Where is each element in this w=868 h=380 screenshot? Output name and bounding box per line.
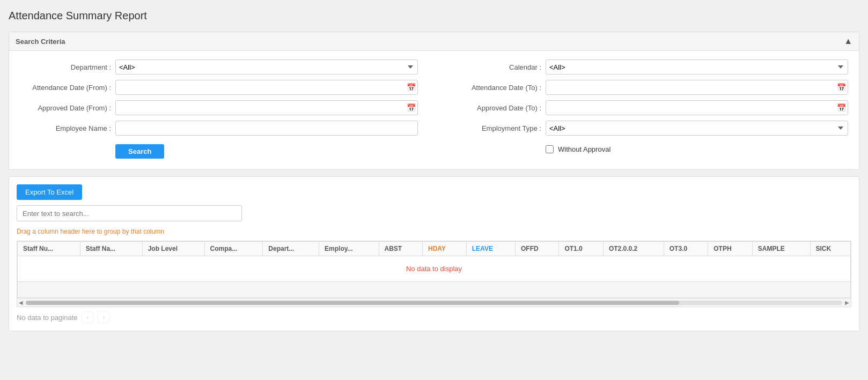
without-approval-label: Without Approval [558, 145, 610, 153]
pagination-next-button[interactable]: › [98, 311, 109, 323]
approved-date-from-row: Approved Date (From) : 📅 [20, 100, 418, 115]
approved-date-to-input[interactable] [546, 100, 848, 115]
col-abst[interactable]: ABST [379, 242, 422, 256]
attendance-date-to-row: Attendance Date (To) : 30-Jun-2021 📅 [450, 80, 848, 95]
search-criteria-panel: Search Criteria ▲ Department : <All> Att [9, 32, 859, 170]
empty-row-1 [18, 282, 851, 298]
scroll-left-arrow[interactable]: ◀ [17, 300, 25, 306]
employee-name-row: Employee Name : [20, 121, 418, 136]
col-sick[interactable]: SICK [810, 242, 851, 256]
approved-date-to-input-wrapper: 📅 [546, 100, 848, 115]
pagination-no-data-label: No data to paginate [17, 314, 77, 322]
department-row: Department : <All> [20, 59, 418, 74]
col-company[interactable]: Compa... [204, 242, 263, 256]
search-panel-header: Search Criteria ▲ [9, 32, 859, 51]
without-approval-checkbox[interactable] [546, 145, 554, 153]
scrollbar-thumb[interactable] [26, 301, 679, 305]
no-data-cell: No data to display [18, 256, 851, 282]
attendance-date-from-calendar-icon[interactable]: 📅 [407, 83, 416, 92]
employment-type-select[interactable]: <All> [546, 121, 848, 136]
form-left-column: Department : <All> Attendance Date (From… [20, 59, 418, 159]
col-leave[interactable]: LEAVE [466, 242, 515, 256]
data-table: Staff Nu... Staff Na... Job Level Compa.… [17, 241, 851, 298]
col-staff-num[interactable]: Staff Nu... [18, 242, 80, 256]
form-grid: Department : <All> Attendance Date (From… [20, 59, 848, 159]
table-header: Staff Nu... Staff Na... Job Level Compa.… [18, 242, 851, 256]
col-job-level[interactable]: Job Level [142, 242, 204, 256]
attendance-date-from-label: Attendance Date (From) : [20, 84, 111, 92]
attendance-date-from-row: Attendance Date (From) : 01-Jun-2021 📅 [20, 80, 418, 95]
department-select[interactable]: <All> [115, 59, 418, 74]
export-to-excel-button[interactable]: Export To Excel [17, 184, 82, 200]
results-panel: Export To Excel Drag a column header her… [9, 176, 859, 331]
search-button-row: Search [20, 144, 418, 159]
department-label: Department : [20, 63, 111, 71]
approved-date-from-label: Approved Date (From) : [20, 104, 111, 112]
scroll-right-arrow[interactable]: ▶ [843, 300, 851, 306]
approved-date-from-calendar-icon[interactable]: 📅 [407, 103, 416, 112]
search-panel-body: Department : <All> Attendance Date (From… [9, 51, 859, 169]
attendance-date-to-input[interactable]: 30-Jun-2021 [546, 80, 848, 95]
collapse-icon[interactable]: ▲ [844, 36, 852, 46]
attendance-date-from-input-wrapper: 01-Jun-2021 📅 [115, 80, 418, 95]
form-right-column: Calendar : <All> Attendance Date (To) : … [450, 59, 848, 159]
scrollbar-track[interactable] [26, 301, 842, 305]
attendance-date-to-label: Attendance Date (To) : [450, 84, 541, 92]
calendar-label: Calendar : [450, 63, 541, 71]
horizontal-scrollbar[interactable]: ◀ ▶ [17, 299, 851, 307]
col-sample[interactable]: SAMPLE [752, 242, 810, 256]
approved-date-to-label: Approved Date (To) : [450, 104, 541, 112]
employment-type-row: Employment Type : <All> [450, 121, 848, 136]
approved-date-from-input[interactable] [115, 100, 418, 115]
col-offd[interactable]: OFFD [516, 242, 559, 256]
col-staff-name[interactable]: Staff Na... [80, 242, 142, 256]
approved-date-to-row: Approved Date (To) : 📅 [450, 100, 848, 115]
col-hday[interactable]: HDAY [422, 242, 466, 256]
no-data-row: No data to display [18, 256, 851, 282]
col-department[interactable]: Depart... [263, 242, 319, 256]
approved-date-from-input-wrapper: 📅 [115, 100, 418, 115]
col-employment[interactable]: Employ... [319, 242, 379, 256]
attendance-date-to-calendar-icon[interactable]: 📅 [837, 83, 846, 92]
table-search-row [17, 205, 851, 221]
without-approval-row: Without Approval [450, 145, 848, 153]
attendance-date-from-input[interactable]: 01-Jun-2021 [115, 80, 418, 95]
employee-name-input[interactable] [115, 121, 418, 136]
col-ot200[interactable]: OT2.0.0.2 [603, 242, 664, 256]
approved-date-to-calendar-icon[interactable]: 📅 [837, 103, 846, 112]
attendance-date-to-input-wrapper: 30-Jun-2021 📅 [546, 80, 848, 95]
employee-name-label: Employee Name : [20, 124, 111, 132]
table-search-input[interactable] [17, 205, 242, 221]
calendar-select[interactable]: <All> [546, 59, 848, 74]
data-table-wrapper: Staff Nu... Staff Na... Job Level Compa.… [17, 241, 851, 299]
employment-type-label: Employment Type : [450, 124, 541, 132]
search-button[interactable]: Search [115, 144, 164, 159]
table-body: No data to display [18, 256, 851, 298]
pagination-row: No data to paginate ‹ › [17, 311, 851, 323]
drag-hint: Drag a column header here to group by th… [17, 227, 851, 236]
col-ot10[interactable]: OT1.0 [559, 242, 603, 256]
pagination-prev-button[interactable]: ‹ [82, 311, 93, 323]
col-ot30[interactable]: OT3.0 [664, 242, 708, 256]
table-header-row: Staff Nu... Staff Na... Job Level Compa.… [18, 242, 851, 256]
col-otph[interactable]: OTPH [708, 242, 752, 256]
calendar-row: Calendar : <All> [450, 59, 848, 74]
search-panel-title: Search Criteria [16, 38, 65, 46]
page-title: Attendance Summary Report [9, 5, 859, 26]
